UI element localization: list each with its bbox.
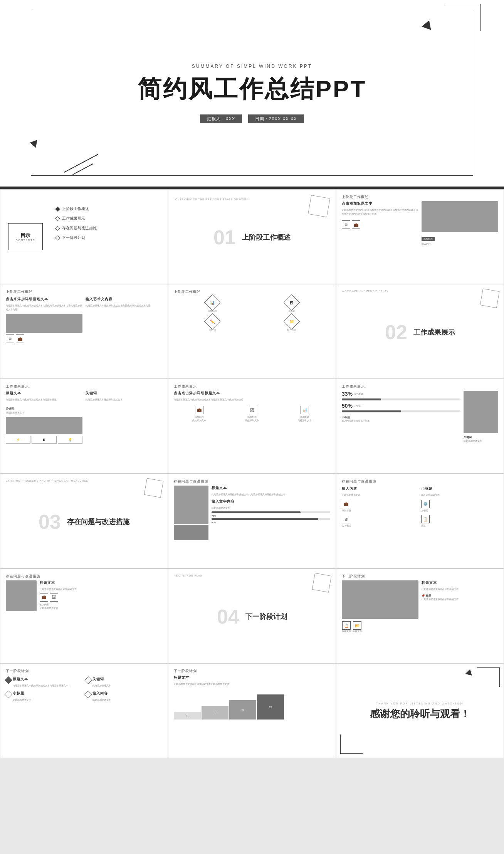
results3-kw: 小标题: [342, 415, 460, 419]
plan2-diamond2: [84, 676, 92, 684]
issues3-h: 标题文本: [40, 580, 162, 585]
ty-sub: THANK YOU FOR LISTENING AND WATCHING!: [376, 702, 464, 705]
iss2-cell3: 💼 添加标题: [342, 500, 419, 513]
iss2-cell2: 小标题 此处添加描述文本: [421, 486, 498, 498]
diamond-large-4: 📁: [284, 313, 300, 329]
ov2-icon1: 🖥: [6, 335, 14, 343]
results3-photo-col: 关键词 此处添加描述文本: [464, 391, 498, 443]
r2-col2: 🖼 添加标题此处添加文本: [227, 406, 277, 423]
plan3-body: 此处添加描述文本此处添加描述文本此处添加描述文本: [174, 683, 330, 686]
results1-body2: 此处添加描述文本此处添加描述文本: [86, 398, 162, 402]
slide-sec04: NEXT STAGE PLAN 04 下一阶段计划: [168, 568, 336, 663]
overview3-label: 上阶段工作概述: [174, 290, 330, 294]
issues1-h: 标题文本: [212, 486, 330, 491]
plan2-diamond3: [5, 691, 12, 698]
r2-label2: 添加标题此处添加文本: [227, 415, 277, 423]
diamond-large-3: ✏️: [204, 313, 220, 329]
p1-icon1: 📋: [342, 621, 351, 630]
plan2-diamond4: [84, 691, 92, 698]
results3-text: 33% 深色标题 50% 关键词 小标题 输入内容此处添加描述文本: [342, 391, 460, 443]
iss2-icon4: 📋: [421, 515, 430, 523]
results1-h: 标题文本: [6, 391, 82, 396]
toc-subtitle: CONTENTS: [16, 239, 35, 242]
stair2: 02: [202, 706, 228, 720]
plan2-item1: 标题文本 此处添加描述文本此处添加描述文本此处添加描述文本: [6, 677, 82, 688]
iss2-icon1: 💼: [342, 500, 350, 508]
ov2-icon2: 💼: [16, 335, 24, 343]
slide-thankyou: THANK YOU FOR LISTENING AND WATCHING! 感谢…: [336, 663, 504, 758]
slide-results3: 工作成果展示 33% 深色标题 50% 关键词 小标题 输入内容此处添加描述文本: [336, 379, 504, 474]
toc-box: 目录 CONTENTS: [8, 223, 43, 250]
results2-content: 点击点击添加详细标题文本 此处添加描述文本此处添加描述文本此处添加描述文本此处添…: [174, 391, 330, 423]
prog1: [342, 398, 460, 400]
results2-body: 此处添加描述文本此处添加描述文本此处添加描述文本此处添加描述: [174, 398, 330, 402]
toc-item-2: 工作成果展示: [56, 216, 162, 221]
issues3-photo: [6, 580, 37, 611]
plan1-sub: 📌 标题 此处添加描述文本此处添加描述文本: [422, 594, 498, 602]
plan1-body: 此处添加描述文本此处添加描述文本: [422, 588, 498, 592]
ov3-cell3: ✏️ 关键词: [174, 316, 251, 332]
sec03-title: 存在问题与改进措施: [67, 517, 129, 526]
issues3-label: 存在问题与改进措施: [6, 574, 162, 579]
results1-h2: 关键词: [86, 391, 162, 396]
slide-overview2: 上阶段工作概述 点击来添加详细描述文本 此处添加描述文本此处添加描述文本内容此处…: [0, 284, 168, 379]
issues3-body: 此处添加描述文本此处添加描述文本: [40, 588, 162, 592]
issues3-content: 标题文本 此处添加描述文本此处添加描述文本 💼 🖼 输入内容此处添加描述文本: [6, 580, 162, 611]
diamond-icon-2: [55, 216, 60, 221]
issues1-body2: 此处添加描述文本: [212, 506, 330, 510]
slide-toc: 目录 CONTENTS 上阶段工作概述 工作成果展示 存在问题与改进措施 下一阶…: [0, 189, 168, 284]
hero-title: 简约风工作总结PPT: [138, 73, 367, 105]
slide-sec03: EXISTING PROBLEMS AND IMPROVEMENT MEASUR…: [0, 474, 168, 568]
plan1-photo: [342, 580, 418, 619]
overview2-content: 点击来添加详细描述文本 此处添加描述文本此处添加描述文本内容此处添加描述文本内容…: [6, 297, 162, 379]
results1-photo: [6, 417, 82, 434]
sec04-sub: NEXT STAGE PLAN: [174, 574, 202, 577]
r2-label1: 添加标题此处添加文本: [174, 415, 224, 423]
overview2-body1: 此处添加描述文本此处添加描述文本内容此处添加描述文本内容此处添加描述文本内容: [6, 304, 82, 311]
issues1-photo: [174, 486, 208, 524]
results3-kw-body: 输入内容此处添加描述文本: [342, 419, 460, 423]
hero-corner-decoration: [446, 4, 481, 31]
overview2-col2: 输入艺术文内容 此处添加描述文本此处添加描述文本内容此处添加描述文本内容: [86, 297, 162, 379]
r2-label3: 添加标题此处添加文本: [280, 415, 330, 423]
sec02-content: 02 工作成果展示: [385, 322, 455, 342]
hero-subtitle: SUMMARY OF SIMPL WIND WORK PPT: [192, 64, 312, 69]
r2-icon3: 📊: [301, 406, 309, 414]
plan3-h: 标题文本: [174, 675, 330, 680]
slide-issues3: 存在问题与改进措施 标题文本 此处添加描述文本此处添加描述文本 💼 🖼 输入内容…: [0, 568, 168, 663]
issues1-body: 此处添加描述文本此处添加描述文本此处添加描述文本此处添加描述文本: [212, 493, 330, 497]
hero-meta: 汇报人：XXX 日期：20XX.XX.XX: [200, 114, 304, 123]
iss2-cell4: ⚙️ 方便词: [421, 500, 498, 513]
results3-label: 工作成果展示: [342, 385, 498, 389]
slide-overview1: 上阶段工作概述 点击添加标题文本 此处添加描述文本内容此处添加描述文本内容此处添…: [336, 189, 504, 284]
sec04-num: 04: [217, 607, 239, 627]
plan2-label: 下一阶段计划: [6, 669, 162, 674]
sec04-content: 04 下一阶段计划: [217, 607, 287, 627]
p1-icon2: 📂: [353, 621, 361, 630]
r2-icon1: 💼: [195, 406, 203, 414]
prog-issues2: [212, 518, 330, 520]
results2-label: 工作成果展示: [174, 385, 330, 389]
diamond-icon-4: [55, 235, 60, 240]
plan2-item3: 小标题 此处添加描述文本: [6, 691, 82, 702]
ov3-cell2: 🖼 小标题: [253, 297, 330, 313]
tag-dark-1: 添加标题: [422, 237, 435, 241]
sec04-title: 下一阶段计划: [245, 612, 287, 621]
iss2-icon3: 🖥: [342, 515, 350, 523]
overview1-col2: 添加标题 输入内容: [422, 201, 498, 278]
overview2-photo: [6, 314, 82, 333]
results1-body: 此处添加描述文本此处添加描述文本此处添加描述: [6, 398, 82, 402]
sec01-content: 01 上阶段工作概述: [213, 227, 291, 247]
overview1-tags: 添加标题 输入内容: [422, 234, 498, 246]
sec02-deco: [480, 289, 500, 308]
iss3-icon2: 🖼: [50, 593, 58, 602]
results1-icon-grid: ⚡ 🖥 💡: [6, 436, 82, 444]
issues3-body2: 输入内容此处添加描述文本: [40, 603, 162, 610]
overview1-h1: 点击添加标题文本: [342, 201, 418, 206]
results2-icon-row: 💼 添加标题此处添加文本 🖼 添加标题此处添加文本 📊 添加标题此处添加文本: [174, 406, 330, 423]
sec01-title: 上阶段工作概述: [242, 233, 291, 242]
slide-grid: 目录 CONTENTS 上阶段工作概述 工作成果展示 存在问题与改进措施 下一阶…: [0, 189, 504, 758]
sec02-num: 02: [385, 322, 407, 342]
slide-plan3: 下一阶段计划 标题文本 此处添加描述文本此处添加描述文本此处添加描述文本 01 …: [168, 663, 336, 758]
hero-slide: SUMMARY OF SIMPL WIND WORK PPT 简约风工作总结PP…: [0, 0, 504, 189]
